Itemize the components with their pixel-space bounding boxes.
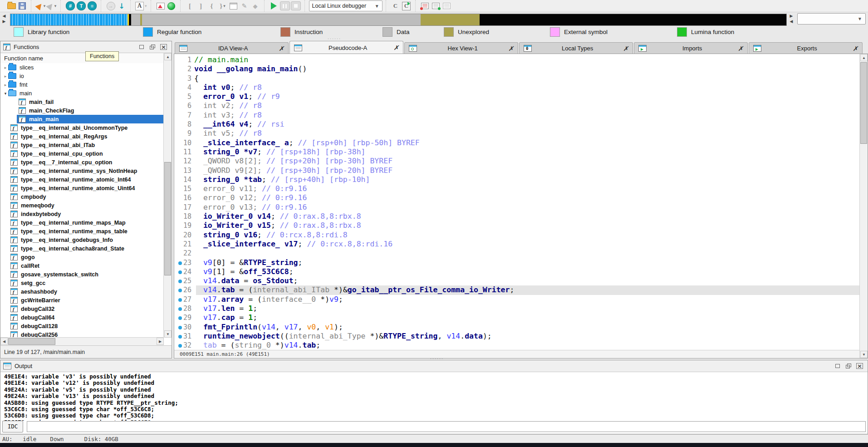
code-text[interactable]: __int64 v4; // rsi xyxy=(194,120,860,129)
pseudocode-vertical-scrollbar[interactable]: ▲ ▼ xyxy=(859,54,868,358)
code-text[interactable]: // main.main xyxy=(194,55,860,64)
code-line-27[interactable]: 27 v17.array = (interface__0 *)v9; xyxy=(174,295,860,304)
close-icon[interactable]: ✗ xyxy=(853,45,858,52)
code-text[interactable]: error_0 v13; // 0:r9.16 xyxy=(194,203,860,212)
problems-list-button[interactable] xyxy=(420,1,430,11)
code-text[interactable]: v17.cap = 1; xyxy=(194,313,860,322)
code-line-11[interactable]: 11 string_0 *v7; // [rsp+18h] [rbp-38h] xyxy=(174,147,860,157)
minimize-icon[interactable] xyxy=(138,44,145,50)
function-row[interactable]: type__eq_internal_runtime_maps_Map xyxy=(0,218,164,227)
create-segment-button[interactable]: [ xyxy=(185,1,195,11)
code-line-28[interactable]: 28 v17.len = 1; xyxy=(174,304,860,313)
expand-icon[interactable]: ▸ xyxy=(3,65,8,70)
code-text[interactable]: io_Writer_0 v15; // 0:rax.8,8:rbx.8 xyxy=(194,221,860,230)
code-line-23[interactable]: 23 v9[0] = &RTYPE_string; xyxy=(174,258,860,267)
expand-icon[interactable]: ▸ xyxy=(3,83,8,87)
function-row[interactable]: gogo xyxy=(0,253,164,261)
code-line-12[interactable]: 12 _QWORD v8[2]; // [rsp+20h] [rbp-30h] … xyxy=(174,157,860,166)
function-row[interactable]: main_fail xyxy=(0,98,164,106)
function-row[interactable]: main_CheckFlag xyxy=(0,106,164,115)
jump-location-button[interactable]: ▾ xyxy=(36,1,46,11)
function-row[interactable]: debugCall128 xyxy=(0,322,164,330)
code-line-30[interactable]: 30 fmt_Fprintln(v14, v17, v0, v1); xyxy=(174,323,860,332)
close-icon[interactable]: ✗ xyxy=(738,45,743,52)
jump-next-button[interactable]: ↓ xyxy=(117,1,127,11)
save-file-button[interactable] xyxy=(17,1,27,11)
navband-left-arrows[interactable]: ◀ ▶ xyxy=(1,14,7,24)
code-line-15[interactable]: 15 error_0 v11; // 0:r9.16 xyxy=(174,184,860,193)
code-text[interactable]: string_0 *v7; // [rsp+18h] [rbp-38h] xyxy=(194,147,860,157)
tab-ida-view-a[interactable]: IDA View-A✗ xyxy=(175,42,289,54)
code-text[interactable]: v9[0] = &RTYPE_string; xyxy=(194,258,860,267)
code-text[interactable]: { xyxy=(194,74,860,83)
cli-language-button[interactable]: IDC xyxy=(2,421,23,432)
float-window-icon[interactable] xyxy=(149,44,156,50)
breakpoint-view-button[interactable] xyxy=(156,1,166,11)
close-icon[interactable]: ✗ xyxy=(279,45,284,52)
function-row[interactable]: aeshashbody xyxy=(0,287,164,296)
navigation-band[interactable] xyxy=(10,14,787,26)
code-text[interactable]: void __golang main_main() xyxy=(194,64,860,74)
window-layout-button[interactable] xyxy=(229,1,239,11)
close-icon[interactable]: ✗ xyxy=(393,44,399,51)
open-file-button[interactable] xyxy=(6,1,16,11)
function-row[interactable]: type__eq_internal_godebugs_Info xyxy=(0,236,164,244)
scrollbar-thumb[interactable] xyxy=(164,162,171,275)
tab-pseudocode-a[interactable]: Pseudocode-A✗ xyxy=(289,41,403,54)
code-text[interactable]: int v0; // r8 xyxy=(194,83,860,92)
function-row[interactable]: debugCall32 xyxy=(0,305,164,313)
code-text[interactable]: _QWORD v8[2]; // [rsp+20h] [rbp-30h] BYR… xyxy=(194,157,860,166)
line-marker-dot-icon[interactable] xyxy=(178,307,182,311)
code-text[interactable]: string_0 v16; // 0:rcx.8,8:rdi.8 xyxy=(194,231,860,240)
code-line-21[interactable]: 21 _slice_interface_ v17; // 0:rcx.8,8:r… xyxy=(174,240,860,249)
functions-vertical-scrollbar[interactable]: ▲ ▼ xyxy=(163,53,172,338)
function-row[interactable]: gosave_systemstack_switch xyxy=(0,270,164,279)
function-row[interactable]: ▸io xyxy=(0,72,164,80)
line-marker-dot-icon[interactable] xyxy=(178,261,182,265)
code-line-2[interactable]: 2void __golang main_main() xyxy=(174,64,860,74)
rename-button[interactable]: A▾ xyxy=(135,1,147,11)
compile-idc-button[interactable]: C xyxy=(391,1,401,11)
scroll-left-icon[interactable]: ◀ xyxy=(0,338,8,345)
code-line-10[interactable]: 10 _slice_interface_ a; // [rsp+0h] [rbp… xyxy=(174,138,860,147)
code-text[interactable]: io_Writer_0 v14; // 0:rax.8,8:rbx.8 xyxy=(194,212,860,221)
sequence-view-button[interactable]: ≡ xyxy=(87,1,97,11)
function-row[interactable]: type__eq__7_internal_cpu_option xyxy=(0,158,164,167)
code-text[interactable]: string_0 *tab; // [rsp+40h] [rbp-10h] xyxy=(194,175,860,184)
function-row[interactable]: main_main xyxy=(0,115,164,123)
navband-scroll-right-icon[interactable]: ▶ xyxy=(1,19,7,24)
function-row[interactable]: debugCall256 xyxy=(0,330,164,338)
struct-options-button[interactable]: }▾ xyxy=(218,1,228,11)
scroll-right-icon[interactable]: ▶ xyxy=(157,338,164,345)
close-icon[interactable]: × xyxy=(856,363,863,369)
scroll-up-icon[interactable]: ▲ xyxy=(860,54,868,61)
collapse-icon[interactable]: ▾ xyxy=(3,91,8,96)
function-row[interactable]: indexbytebody xyxy=(0,210,164,218)
tab-hex-view-1[interactable]: Hex View-1✗ xyxy=(404,42,518,54)
navband-right-arrows[interactable]: ▶ ◀ xyxy=(788,14,794,24)
code-line-3[interactable]: 3{ xyxy=(174,74,860,83)
float-window-icon[interactable] xyxy=(845,363,852,369)
navband-zoom-in-icon[interactable]: ▶ xyxy=(788,14,794,19)
code-line-20[interactable]: 20 string_0 v16; // 0:rcx.8,8:rdi.8 xyxy=(174,231,860,240)
code-line-25[interactable]: 25 v14.data = os_Stdout; xyxy=(174,276,860,285)
function-row[interactable]: callRet xyxy=(0,261,164,270)
code-text[interactable]: error_0 v11; // 0:r9.16 xyxy=(194,184,860,193)
code-text[interactable]: fmt_Fprintln(v14, v17, v0, v1); xyxy=(194,323,860,332)
code-text[interactable]: int v2; // r8 xyxy=(194,101,860,110)
code-text[interactable]: tab = (string_0 *)v14.tab; xyxy=(194,341,860,350)
code-line-18[interactable]: 18 io_Writer_0 v14; // 0:rax.8,8:rbx.8 xyxy=(174,212,860,221)
navband-scroll-left-icon[interactable]: ◀ xyxy=(1,14,7,19)
function-row[interactable]: type__eq_internal_runtime_maps_table xyxy=(0,227,164,236)
code-text[interactable]: _slice_interface_ a; // [rsp+0h] [rbp-50… xyxy=(194,138,860,147)
pseudocode-text[interactable]: 1// main.main2void __golang main_main()3… xyxy=(174,55,860,350)
pause-process-button[interactable] xyxy=(280,1,290,11)
code-text[interactable]: v17.array = (interface__0 *)v9; xyxy=(194,295,860,304)
code-text[interactable]: v9[1] = &off_53C6C8; xyxy=(194,267,860,276)
tab-exports[interactable]: Exports✗ xyxy=(749,42,863,54)
code-line-22[interactable]: 22 xyxy=(174,249,860,258)
line-marker-dot-icon[interactable] xyxy=(178,335,182,339)
stop-process-button[interactable] xyxy=(291,1,301,11)
start-process-button[interactable] xyxy=(269,1,279,11)
function-row[interactable]: gcWriteBarrier xyxy=(0,296,164,305)
